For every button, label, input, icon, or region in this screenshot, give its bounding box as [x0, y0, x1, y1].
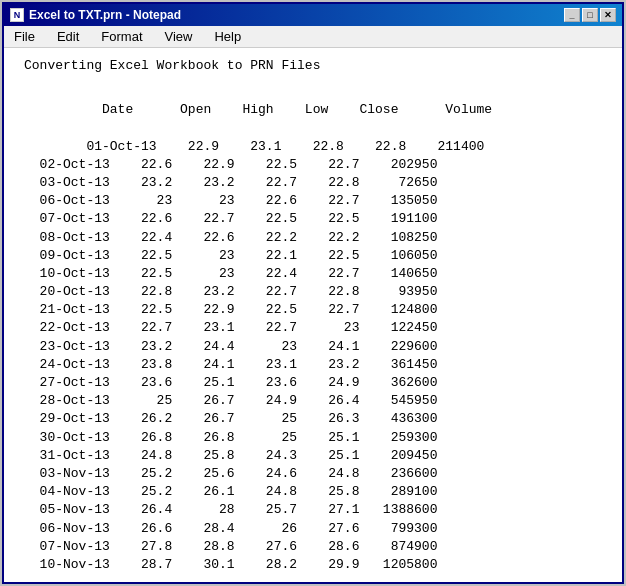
menu-edit[interactable]: Edit — [51, 27, 85, 46]
app-icon: N — [10, 8, 24, 22]
menu-file[interactable]: File — [8, 27, 41, 46]
content-area: Converting Excel Workbook to PRN Files D… — [4, 48, 622, 582]
data-table: Date Open High Low Close Volume 01-Oct-1… — [24, 83, 602, 582]
title-controls: _ □ ✕ — [564, 8, 616, 22]
page-title: Converting Excel Workbook to PRN Files — [24, 58, 602, 73]
table-body: 01-Oct-13 22.9 23.1 22.8 22.8 211400 02-… — [24, 139, 492, 572]
title-bar: N Excel to TXT.prn - Notepad _ □ ✕ — [4, 4, 622, 26]
close-button[interactable]: ✕ — [600, 8, 616, 22]
maximize-button[interactable]: □ — [582, 8, 598, 22]
menu-bar: File Edit Format View Help — [4, 26, 622, 48]
menu-view[interactable]: View — [159, 27, 199, 46]
title-bar-left: N Excel to TXT.prn - Notepad — [10, 8, 181, 22]
menu-help[interactable]: Help — [208, 27, 247, 46]
notepad-window: N Excel to TXT.prn - Notepad _ □ ✕ File … — [2, 2, 624, 584]
window-title: Excel to TXT.prn - Notepad — [29, 8, 181, 22]
table-header-row: Date Open High Low Close Volume — [71, 102, 492, 117]
minimize-button[interactable]: _ — [564, 8, 580, 22]
menu-format[interactable]: Format — [95, 27, 148, 46]
